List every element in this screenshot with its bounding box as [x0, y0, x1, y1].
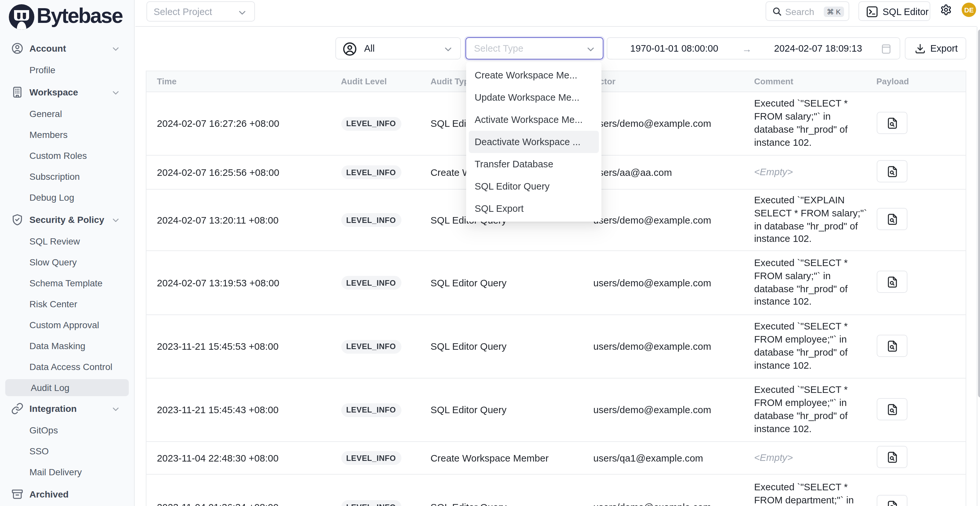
svg-text:Bytebase: Bytebase: [37, 4, 123, 27]
